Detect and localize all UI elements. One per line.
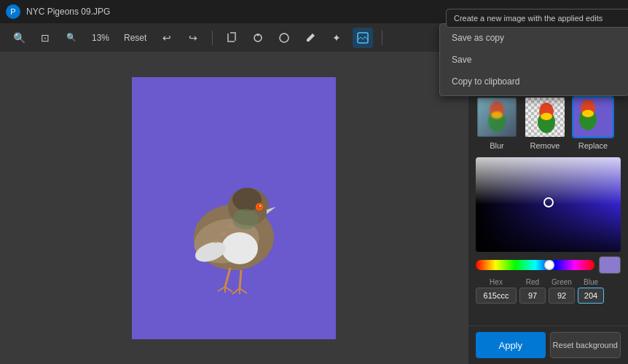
svg-point-12 xyxy=(259,205,261,207)
color-gradient-picker[interactable] xyxy=(476,157,621,252)
svg-line-18 xyxy=(225,287,232,292)
toolbar-separator-2 xyxy=(382,31,382,45)
apply-button[interactable]: Apply xyxy=(476,332,546,358)
blue-input-group: Blue xyxy=(578,278,604,304)
svg-point-6 xyxy=(221,232,258,264)
background-tool-button[interactable] xyxy=(353,28,373,48)
copy-to-clipboard-menu-item[interactable]: Copy to clipboard xyxy=(440,71,628,92)
svg-point-2 xyxy=(280,33,289,42)
effects-tool-button[interactable]: ✦ xyxy=(326,28,347,48)
replace-thumbnail xyxy=(572,96,614,138)
erase-tool-button[interactable] xyxy=(274,28,294,48)
crop-tool-button[interactable] xyxy=(221,28,242,48)
blur-option[interactable]: Blur xyxy=(476,96,518,150)
app-icon: P xyxy=(6,4,20,19)
svg-line-20 xyxy=(232,288,240,294)
dropdown-menu: Save as copy Save Copy to clipboard xyxy=(439,23,628,96)
green-input-group: Green xyxy=(549,278,575,304)
svg-point-1 xyxy=(257,33,259,36)
toolbar-separator xyxy=(212,31,213,45)
hue-slider[interactable] xyxy=(476,260,594,270)
adjust-tool-button[interactable] xyxy=(248,28,268,48)
svg-point-31 xyxy=(541,113,552,120)
save-menu-item[interactable]: Save xyxy=(440,49,628,71)
blur-thumbnail xyxy=(476,96,518,138)
blue-input[interactable] xyxy=(578,288,604,304)
main-layout: Create a new image with the applied edit… xyxy=(0,52,628,364)
green-input[interactable] xyxy=(549,288,575,304)
right-panel: Create a new image with the applied edit… xyxy=(468,52,628,364)
svg-line-22 xyxy=(240,288,247,293)
color-picker-dot[interactable] xyxy=(543,197,554,207)
draw-tool-button[interactable] xyxy=(300,28,321,48)
save-as-copy-menu-item[interactable]: Save as copy xyxy=(440,27,628,49)
svg-point-23 xyxy=(219,232,227,236)
hex-input[interactable] xyxy=(476,288,517,304)
reset-button[interactable]: Reset xyxy=(119,31,151,44)
svg-line-15 xyxy=(225,268,230,287)
svg-point-24 xyxy=(227,224,233,229)
color-inputs-row: Hex Red Green Blue xyxy=(476,278,621,304)
canvas-area[interactable] xyxy=(0,52,468,364)
hue-thumb[interactable] xyxy=(544,260,554,270)
undo-button[interactable]: ↩ xyxy=(157,28,177,48)
remove-thumbnail xyxy=(524,96,566,138)
reset-background-button[interactable]: Reset background xyxy=(550,332,621,358)
current-color-swatch xyxy=(599,256,621,274)
background-options: Blur Remove xyxy=(468,87,628,153)
zoom-level: 13% xyxy=(87,33,114,43)
bottom-buttons: Apply Reset background xyxy=(468,325,628,364)
remove-option[interactable]: Remove xyxy=(524,96,566,150)
cursor-icon xyxy=(509,33,517,41)
svg-point-13 xyxy=(232,209,259,229)
hex-input-group: Hex xyxy=(476,278,517,304)
svg-point-25 xyxy=(213,239,219,243)
pigeon-image xyxy=(161,99,307,317)
image-canvas xyxy=(132,77,336,339)
svg-line-16 xyxy=(218,287,225,291)
color-picker-section: Hex Red Green Blue xyxy=(468,153,628,325)
red-input-group: Red xyxy=(519,278,546,304)
svg-line-19 xyxy=(240,270,241,288)
zoom-fit-button[interactable]: ⊡ xyxy=(35,28,55,48)
tooltip-bubble: Create a new image with the applied edit… xyxy=(446,9,628,28)
redo-button[interactable]: ↪ xyxy=(183,28,203,48)
svg-point-34 xyxy=(582,110,594,117)
zoom-in-button[interactable]: 🔍 xyxy=(61,28,82,48)
zoom-out-button[interactable]: 🔍 xyxy=(9,28,29,48)
red-input[interactable] xyxy=(519,288,546,304)
replace-option[interactable]: Replace xyxy=(572,96,614,150)
svg-point-11 xyxy=(257,205,262,209)
svg-point-28 xyxy=(491,111,503,119)
hue-row xyxy=(476,256,621,274)
